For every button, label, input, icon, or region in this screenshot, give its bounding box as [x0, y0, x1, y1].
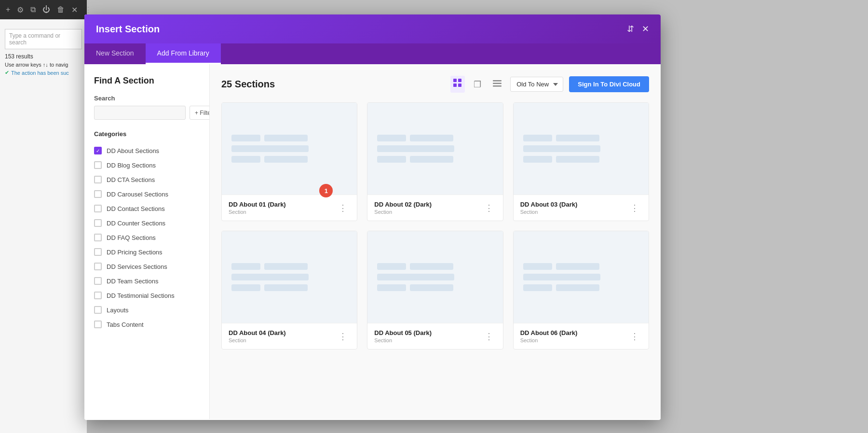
- category-item-4[interactable]: DD Contact Sections: [94, 201, 200, 216]
- card-menu-btn-4[interactable]: ⋮: [482, 330, 496, 343]
- grid-view-btn[interactable]: [450, 76, 465, 93]
- card-info-1: DD About 02 (Dark)Section⋮: [367, 195, 502, 221]
- search-label: Search: [94, 95, 200, 102]
- modal-header: Insert Section ⇵ ✕: [84, 14, 661, 43]
- category-label-3: DD Carousel Sections: [107, 191, 168, 198]
- filter-button[interactable]: + Filter: [190, 106, 210, 120]
- card-type-5: Section: [520, 337, 578, 343]
- card-menu-btn-0[interactable]: ⋮: [336, 202, 350, 214]
- category-item-11[interactable]: Layouts: [94, 303, 200, 317]
- category-checkbox-3[interactable]: [94, 190, 102, 198]
- card-type-3: Section: [229, 337, 286, 343]
- categories-title: Categories: [94, 130, 200, 138]
- category-item-3[interactable]: DD Carousel Sections: [94, 187, 200, 201]
- trash-icon[interactable]: 🗑: [57, 5, 65, 14]
- category-item-5[interactable]: DD Counter Sections: [94, 216, 200, 230]
- gear-icon[interactable]: ⚙: [17, 5, 24, 14]
- tab-new-section[interactable]: New Section: [84, 43, 146, 64]
- category-checkbox-10[interactable]: [94, 292, 102, 299]
- sign-in-divi-cloud-btn[interactable]: Sign In To Divi Cloud: [569, 76, 649, 92]
- card-menu-btn-3[interactable]: ⋮: [336, 330, 350, 343]
- card-menu-btn-2[interactable]: ⋮: [627, 202, 642, 214]
- category-checkbox-7[interactable]: [94, 248, 102, 256]
- results-count: 153 results: [5, 53, 82, 60]
- category-checkbox-0[interactable]: ✓: [94, 147, 102, 154]
- category-label-10: DD Testimonial Sections: [107, 292, 175, 299]
- category-checkbox-11[interactable]: [94, 306, 102, 314]
- power-icon[interactable]: ⏻: [42, 5, 50, 14]
- category-item-6[interactable]: DD FAQ Sections: [94, 230, 200, 245]
- category-label-5: DD Counter Sections: [107, 220, 165, 227]
- card-name-1: DD About 02 (Dark): [374, 201, 432, 208]
- card-preview-1: [367, 103, 502, 195]
- nav-hint: Use arrow keys ↑↓ to navig: [5, 62, 82, 68]
- search-input[interactable]: [94, 106, 186, 120]
- category-label-4: DD Contact Sections: [107, 205, 165, 212]
- card-type-0: Section: [229, 209, 286, 215]
- category-item-9[interactable]: DD Team Sections: [94, 274, 200, 288]
- card-preview-2: [514, 103, 649, 195]
- modal-main: 25 Sections ❐ Old To New New To Old A-Z …: [210, 64, 661, 419]
- grid-icon[interactable]: ⧉: [30, 5, 36, 14]
- main-controls: ❐ Old To New New To Old A-Z Z-A Sign In …: [450, 76, 649, 93]
- modal-close-btn[interactable]: ✕: [642, 24, 649, 34]
- category-checkbox-2[interactable]: [94, 176, 102, 183]
- category-checkbox-6[interactable]: [94, 234, 102, 241]
- category-label-6: DD FAQ Sections: [107, 234, 156, 241]
- top-toolbar: + ⚙ ⧉ ⏻ 🗑 ✕ ⋮: [0, 0, 87, 19]
- category-item-8[interactable]: DD Services Sections: [94, 259, 200, 274]
- card-menu-btn-5[interactable]: ⋮: [627, 330, 642, 343]
- card-type-4: Section: [374, 337, 432, 343]
- sort-icon-btn[interactable]: ⇵: [627, 24, 634, 34]
- tab-add-from-library[interactable]: Add From Library: [146, 43, 221, 64]
- card-menu-btn-1[interactable]: ⋮: [482, 202, 496, 214]
- category-checkbox-4[interactable]: [94, 205, 102, 212]
- section-card-2[interactable]: DD About 03 (Dark)Section⋮: [513, 102, 649, 221]
- sort-select[interactable]: Old To New New To Old A-Z Z-A: [510, 77, 563, 92]
- category-item-0[interactable]: ✓DD About Sections: [94, 143, 200, 158]
- list-view-btn[interactable]: [490, 76, 504, 92]
- category-label-12: Tabs Content: [107, 321, 144, 328]
- main-header: 25 Sections ❐ Old To New New To Old A-Z …: [221, 76, 649, 93]
- filter-view-btn[interactable]: ❐: [471, 76, 484, 93]
- section-card-1[interactable]: DD About 02 (Dark)Section⋮: [367, 102, 503, 221]
- category-checkbox-8[interactable]: [94, 263, 102, 270]
- svg-rect-5: [493, 83, 502, 84]
- category-item-1[interactable]: DD Blog Sections: [94, 158, 200, 172]
- categories-list: ✓DD About SectionsDD Blog SectionsDD CTA…: [94, 143, 200, 332]
- section-card-4[interactable]: DD About 05 (Dark)Section⋮: [367, 231, 503, 349]
- more-icon[interactable]: ⋮: [84, 5, 92, 14]
- category-item-7[interactable]: DD Pricing Sections: [94, 245, 200, 259]
- card-preview-5: [514, 231, 649, 323]
- card-preview-0: [222, 103, 357, 195]
- section-card-5[interactable]: DD About 06 (Dark)Section⋮: [513, 231, 649, 349]
- category-label-0: DD About Sections: [107, 147, 159, 154]
- card-type-2: Section: [520, 209, 578, 215]
- category-checkbox-1[interactable]: [94, 161, 102, 169]
- category-item-2[interactable]: DD CTA Sections: [94, 172, 200, 187]
- card-preview-4: [367, 231, 502, 323]
- category-checkbox-12[interactable]: [94, 321, 102, 328]
- add-icon[interactable]: +: [6, 5, 10, 14]
- category-checkbox-5[interactable]: [94, 219, 102, 227]
- card-name-0: DD About 01 (Dark): [229, 201, 286, 208]
- category-label-1: DD Blog Sections: [107, 162, 156, 169]
- search-row: + Filter: [94, 106, 200, 120]
- card-info-2: DD About 03 (Dark)Section⋮: [514, 195, 649, 221]
- category-item-12[interactable]: Tabs Content: [94, 317, 200, 332]
- section-card-3[interactable]: DD About 04 (Dark)Section⋮: [221, 231, 357, 349]
- card-info-5: DD About 06 (Dark)Section⋮: [514, 323, 649, 349]
- modal-sidebar: Find A Section Search + Filter Categorie…: [84, 64, 210, 419]
- section-card-0[interactable]: 1DD About 01 (Dark)Section⋮: [221, 102, 357, 221]
- svg-rect-0: [453, 79, 457, 82]
- card-name-5: DD About 06 (Dark): [520, 329, 578, 336]
- category-label-8: DD Services Sections: [107, 263, 167, 270]
- category-checkbox-9[interactable]: [94, 277, 102, 285]
- category-label-7: DD Pricing Sections: [107, 249, 163, 256]
- category-label-2: DD CTA Sections: [107, 176, 155, 183]
- success-message: ✔ The action has been suc: [5, 70, 82, 76]
- close-icon[interactable]: ✕: [71, 5, 78, 14]
- category-item-10[interactable]: DD Testimonial Sections: [94, 288, 200, 303]
- command-search[interactable]: Type a command or search: [5, 29, 82, 49]
- card-info-0: DD About 01 (Dark)Section⋮: [222, 195, 357, 221]
